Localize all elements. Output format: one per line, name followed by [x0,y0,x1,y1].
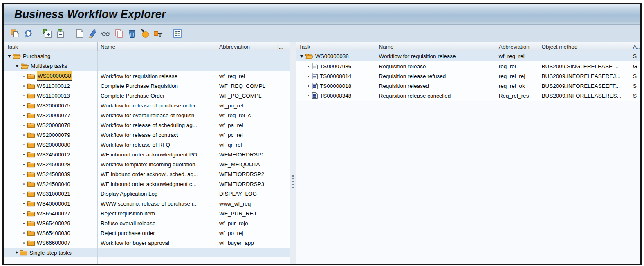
column-header-row: TaskNameAbbreviationObject methodA.. [296,42,640,51]
node-label[interactable]: WS20000079 [37,130,70,140]
cell-name: Display Application Log [98,189,216,199]
tree-row[interactable]: WS20000078Workflow for release of schedu… [4,120,290,130]
panel-splitter[interactable] [290,42,296,264]
node-label[interactable]: TS00008018 [320,81,351,91]
node-label[interactable]: WS65400027 [37,209,70,218]
collapse-arrow-icon[interactable] [16,251,18,254]
tree-row[interactable]: WS40000001WWW scenario: release of purch… [4,199,290,208]
folder-icon [27,112,35,118]
node-label[interactable]: WS24500028 [37,160,70,169]
tree-row[interactable]: WS11000012Complete Purchase RequisitionW… [4,81,290,91]
bullet-icon [23,105,25,106]
tree-row[interactable]: WS20000077Workflow for overall release o… [4,110,290,120]
node-label[interactable]: WS20000075 [37,101,70,110]
node-label[interactable]: WS24500039 [37,170,70,179]
tree-row[interactable]: WS24500039WF Inbound order acknowl. sche… [4,169,290,179]
cell-name: Workflow for release of RFQ [98,140,216,150]
edit-icon[interactable] [88,28,98,39]
cell-object-method [539,51,630,61]
cell-abbreviation: WFMEIORDRSP3 [216,179,274,189]
node-label[interactable]: Purchasing [23,51,51,61]
node-label[interactable]: WS20000080 [37,140,70,150]
column-header-i[interactable]: I... [274,42,290,51]
folder-icon [27,103,35,109]
expand-arrow-icon[interactable] [16,65,19,67]
tree-row[interactable]: TS00007986Requisition releasereq_relBUS2… [296,61,640,71]
toolbar [4,25,640,42]
node-label[interactable]: WS40000001 [37,199,70,208]
bullet-icon [23,125,25,126]
node-label[interactable]: Single-step tasks [29,248,72,257]
expand-arrow-icon[interactable] [300,55,303,58]
tree-row[interactable]: WS20000075Workflow for release of purcha… [4,101,290,110]
column-header-abbreviation[interactable]: Abbreviation [496,42,539,51]
tree-row[interactable]: WS20000079Workflow for release of contra… [4,130,290,140]
paste-icon[interactable] [10,28,20,39]
node-label[interactable]: WS11000012 [37,81,70,91]
legend-icon[interactable] [172,28,183,39]
column-header-name[interactable]: Name [98,42,216,51]
node-label[interactable]: TS00007986 [320,62,351,71]
column-header-a[interactable]: A.. [630,42,640,51]
tree-row[interactable]: WS65400027Reject requisition itemWF_PUR_… [4,208,290,218]
tree-row[interactable]: WS20000080Workflow for release of RFQwf_… [4,140,290,150]
node-label[interactable]: WS11000013 [37,91,70,101]
collapse-all-icon[interactable] [55,28,66,39]
column-header-abbreviation[interactable]: Abbreviation [216,42,274,51]
node-label[interactable]: WS24500012 [37,150,70,159]
folder-icon [27,142,35,148]
copy-icon[interactable] [114,28,124,39]
node-label[interactable]: WS65400029 [37,219,70,228]
tree-row[interactable]: WS24500040WF inbound order acknowledgmen… [4,179,290,189]
node-label[interactable]: WS24500040 [37,179,70,189]
display-icon[interactable] [101,28,111,39]
tree-row[interactable]: TS00008018Requisition releasedreq_rel_ok… [296,81,640,91]
tree-row[interactable]: TS00008014Requisition release refusedreq… [296,71,640,81]
tree-row[interactable]: Purchasing [4,51,290,61]
node-label[interactable]: TS00008014 [320,72,351,81]
tree-row[interactable]: WS31000021Display Application LogDISPLAY… [4,189,290,199]
tree-row[interactable]: WS24500028Workflow template: incoming qu… [4,159,290,169]
cell-abbreviation: WF_PUR_REJ [216,208,274,218]
cell-name: WF inbound order acknowledgment PO [98,150,216,159]
column-header-task[interactable]: Task [296,42,376,51]
cell-name: Workflow for release of purchase order [98,101,216,110]
bullet-icon [23,76,25,77]
node-label[interactable]: WS20000078 [37,121,70,130]
node-label[interactable]: WS20000077 [37,111,70,120]
forward-icon[interactable] [153,28,164,39]
node-label[interactable]: TS00008348 [320,91,351,101]
task-tree-panel: TaskNameAbbreviationI...PurchasingMultis… [4,42,290,264]
tree-row[interactable]: Multistep tasks [4,61,290,71]
refresh-icon[interactable] [23,28,34,39]
expand-all-icon[interactable] [42,28,53,39]
column-header-task[interactable]: Task [4,42,98,51]
node-label[interactable]: WS00000038 [315,51,349,61]
create-icon[interactable] [74,28,85,39]
node-label[interactable]: Multistep tasks [31,61,67,71]
node-label[interactable]: WS65400030 [37,228,70,238]
column-header-name[interactable]: Name [376,42,496,51]
tree-row[interactable]: WS65400029Refuse overall releasewf_pur_r… [4,218,290,228]
delete-icon[interactable] [127,28,137,39]
move-icon[interactable] [140,28,150,39]
tree-row[interactable]: WS11000013Complete Purchase OrderWF_PO_C… [4,91,290,101]
selected-node-label[interactable]: WS00000038 [37,71,72,81]
tree-row[interactable]: WS00000038Workflow for requisition relea… [4,71,290,81]
node-label[interactable]: WS66600007 [37,238,70,248]
column-header-object-method[interactable]: Object method [539,42,630,51]
tree-row[interactable]: WS66600007Workflow for buyer approvalwf_… [4,238,290,248]
tree-row[interactable]: Single-step tasks [4,248,290,257]
bullet-icon [23,213,25,214]
node-label[interactable]: WS31000021 [37,189,70,199]
bullet-icon [23,95,25,96]
tree-row[interactable]: WS00000038Workflow for requisition relea… [296,51,640,61]
folder-icon [27,161,35,168]
tree-row[interactable]: WS65400030Reject purchase orderwf_po_rej [4,228,290,238]
cell-name [98,51,216,61]
expand-arrow-icon[interactable] [8,55,11,58]
tree-row[interactable]: WS24500012WF inbound order acknowledgmen… [4,150,290,159]
cell-i [274,140,290,150]
tree-row[interactable]: TS00008348Requisition release cancelledR… [296,91,640,101]
content-area: TaskNameAbbreviationI...PurchasingMultis… [4,42,640,264]
